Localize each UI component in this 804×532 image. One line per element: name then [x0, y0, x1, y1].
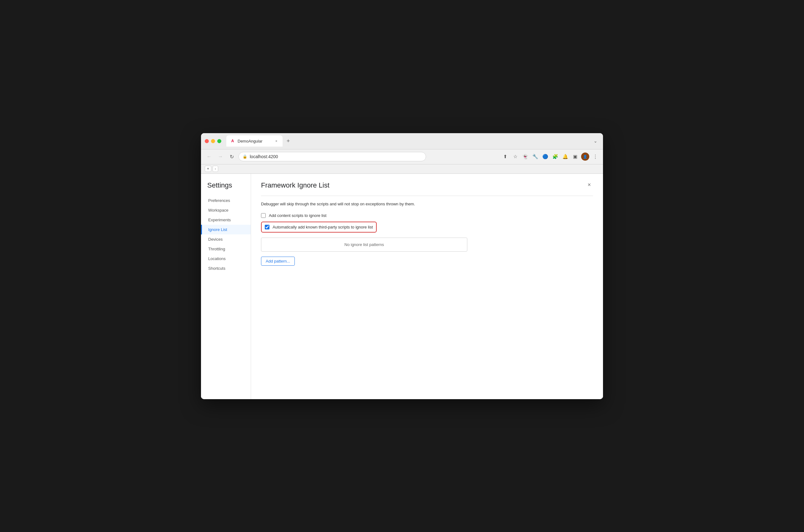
extensions-puzzle-icon[interactable]: 🧩 [551, 153, 559, 161]
tab-area: A DemoAngular × + [226, 135, 589, 147]
checkbox-row-content-scripts: Add content scripts to ignore list [261, 213, 593, 218]
minimize-traffic-light[interactable] [211, 139, 215, 143]
add-pattern-button[interactable]: Add pattern... [261, 256, 295, 266]
nav-right-icons: ⬆ ☆ 👻 🔧 🔵 🧩 🔔 ▣ 👤 ⋮ [501, 153, 599, 161]
sidebar-item-throttling-label: Throttling [208, 247, 225, 251]
close-traffic-light[interactable] [205, 139, 209, 143]
address-bar[interactable]: 🔒 localhost:4200 [238, 152, 426, 161]
sidebar-item-shortcuts[interactable]: Shortcuts [201, 264, 251, 273]
panel-description: Debugger will skip through the scripts a… [261, 201, 593, 207]
sidebar-item-workspace[interactable]: Workspace [201, 205, 251, 215]
ignore-list-empty-text: No ignore list patterns [344, 242, 384, 247]
back-button[interactable]: ← [205, 152, 213, 161]
nav-bar: ← → ↻ 🔒 localhost:4200 ⬆ ☆ 👻 🔧 🔵 🧩 🔔 ▣ 👤… [201, 149, 603, 165]
window-minimize-button[interactable]: ⌄ [592, 137, 599, 145]
settings-content-panel: Framework Ignore List × Debugger will sk… [251, 174, 603, 399]
bookmark-button-1[interactable]: + [205, 166, 211, 172]
extension-bell-icon[interactable]: 🔔 [561, 153, 569, 161]
settings-sidebar: Settings Preferences Workspace Experimen… [201, 174, 251, 399]
extension-mask-icon[interactable]: 🔧 [531, 153, 539, 161]
forward-button[interactable]: → [216, 152, 225, 161]
sidebar-item-workspace-label: Workspace [208, 208, 229, 212]
sidebar-item-devices[interactable]: Devices [201, 234, 251, 244]
tab-favicon: A [230, 138, 235, 144]
maximize-traffic-light[interactable] [217, 139, 221, 143]
screen-cast-icon[interactable]: ▣ [571, 153, 579, 161]
settings-title: Settings [201, 180, 251, 196]
bookmark-bar: + - [201, 165, 603, 174]
content-scripts-label[interactable]: Add content scripts to ignore list [269, 213, 326, 218]
tab-close-button[interactable]: × [274, 138, 279, 144]
extension-circle-icon[interactable]: 🔵 [541, 153, 549, 161]
ignore-list-empty-box: No ignore list patterns [261, 238, 467, 252]
sidebar-item-throttling[interactable]: Throttling [201, 244, 251, 254]
highlighted-checkbox-row: Automatically add known third-party scri… [261, 222, 377, 232]
bookmark-star-icon[interactable]: ☆ [511, 153, 519, 161]
extension-ghost-icon[interactable]: 👻 [521, 153, 529, 161]
panel-title: Framework Ignore List [261, 181, 329, 189]
sidebar-item-locations-label: Locations [208, 256, 226, 261]
bookmark-plus-icon: + [207, 167, 209, 171]
chrome-menu-icon[interactable]: ⋮ [591, 153, 599, 161]
reload-button[interactable]: ↻ [227, 152, 236, 161]
content-scripts-checkbox[interactable] [261, 213, 266, 218]
sidebar-item-experiments-label: Experiments [208, 217, 231, 222]
title-bar: A DemoAngular × + ⌄ [201, 133, 603, 149]
panel-close-button[interactable]: × [586, 181, 593, 189]
title-bar-controls: ⌄ [592, 137, 599, 145]
sidebar-item-preferences[interactable]: Preferences [201, 196, 251, 205]
bookmark-minus-icon: - [215, 167, 216, 171]
third-party-scripts-label[interactable]: Automatically add known third-party scri… [273, 225, 373, 229]
sidebar-item-ignore-list-label: Ignore List [208, 227, 227, 232]
tab-title: DemoAngular [237, 139, 271, 144]
panel-header: Framework Ignore List × [261, 181, 593, 192]
main-content: Settings Preferences Workspace Experimen… [201, 174, 603, 399]
sidebar-item-preferences-label: Preferences [208, 198, 230, 203]
sidebar-item-shortcuts-label: Shortcuts [208, 266, 225, 271]
sidebar-item-experiments[interactable]: Experiments [201, 215, 251, 225]
bookmark-button-2[interactable]: - [213, 166, 218, 172]
address-lock-icon: 🔒 [243, 154, 247, 159]
sidebar-item-devices-label: Devices [208, 237, 223, 242]
share-icon[interactable]: ⬆ [501, 153, 509, 161]
panel-divider [261, 196, 593, 196]
profile-avatar[interactable]: 👤 [581, 153, 589, 161]
browser-window: A DemoAngular × + ⌄ ← → ↻ 🔒 localhost:42… [201, 133, 603, 399]
active-tab[interactable]: A DemoAngular × [226, 135, 283, 147]
sidebar-item-locations[interactable]: Locations [201, 254, 251, 264]
third-party-scripts-checkbox[interactable] [265, 225, 269, 229]
address-text: localhost:4200 [250, 154, 278, 159]
sidebar-item-ignore-list[interactable]: Ignore List [201, 225, 251, 234]
new-tab-button[interactable]: + [284, 137, 292, 145]
traffic-lights [205, 139, 221, 143]
